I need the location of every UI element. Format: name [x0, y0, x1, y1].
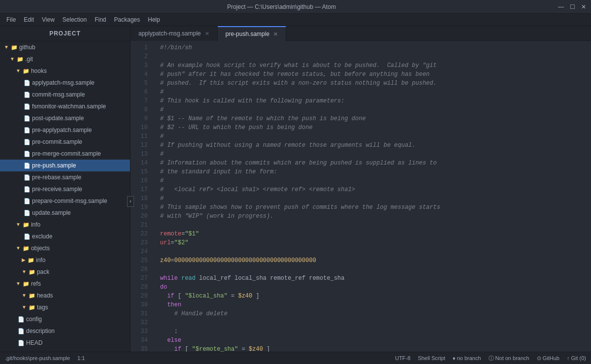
line-number: 16 [131, 176, 148, 185]
line-number: 26 [131, 265, 148, 274]
code-line: # with "WIP" (work in progress). [160, 212, 591, 221]
line-number: 30 [131, 300, 148, 309]
code-line: # Information about the commits which ar… [160, 159, 591, 167]
menu-view[interactable]: View [38, 15, 59, 24]
code-line [160, 265, 591, 274]
code-line: # [160, 105, 591, 114]
status-git[interactable]: ↑Git (0) [567, 355, 586, 361]
sidebar-item-config-file[interactable]: 📄 config [0, 313, 130, 325]
maximize-button[interactable]: ☐ [570, 3, 575, 10]
sidebar-item-description-file[interactable]: 📄 description [0, 325, 130, 337]
tabs-bar: applypatch-msg.sample✕pre-push.sample✕ [131, 26, 591, 41]
sidebar-item-label: HEAD [26, 338, 42, 348]
sidebar-item-tags-folder[interactable]: ▼ 📁 tags [0, 301, 130, 313]
line-number: 5 [131, 79, 148, 88]
sidebar-item-refs-folder[interactable]: ▼ 📁 refs [0, 278, 130, 290]
line-number: 4 [131, 70, 148, 79]
menu-selection[interactable]: Selection [59, 15, 91, 24]
code-line: # Handle delete [160, 309, 591, 318]
sidebar-item-exclude[interactable]: 📄 exclude [0, 231, 130, 242]
collapse-panel-button[interactable]: ‹ [127, 196, 134, 207]
tab-close-button[interactable]: ✕ [205, 31, 209, 37]
line-number: 27 [131, 274, 148, 283]
sidebar-item-post-update[interactable]: 📄 post-update.sample [0, 112, 130, 124]
sidebar-item-applypatch-msg[interactable]: 📄 applypatch-msg.sample [0, 77, 130, 89]
status-github[interactable]: ⊙GitHub [537, 355, 559, 362]
sidebar-item-label: applypatch-msg.sample [32, 78, 95, 88]
menu-packages[interactable]: Packages [110, 15, 144, 24]
close-button[interactable]: ✕ [581, 3, 586, 10]
sidebar-item-head-file[interactable]: 📄 HEAD [0, 337, 130, 349]
sidebar-item-pre-receive[interactable]: 📄 pre-receive.sample [0, 183, 130, 195]
tab-applypatch-tab[interactable]: applypatch-msg.sample✕ [131, 26, 218, 41]
menu-bar: File Edit View Selection Find Packages H… [0, 14, 591, 26]
line-number: 9 [131, 114, 148, 123]
sidebar-item-pre-commit[interactable]: 📄 pre-commit.sample [0, 136, 130, 148]
tab-pre-push-tab[interactable]: pre-push.sample✕ [218, 26, 286, 41]
sidebar-item-label: pre-push.sample [32, 161, 76, 170]
status-filepath[interactable]: .git/hooks\pre-push.sample [5, 355, 70, 361]
sidebar-item-label: pre-rebase.sample [32, 172, 81, 182]
sidebar-item-label: hooks [31, 66, 47, 76]
menu-find[interactable]: Find [91, 15, 110, 24]
sidebar-item-commit-msg[interactable]: 📄 commit-msg.sample [0, 89, 130, 100]
sidebar-item-objects-info[interactable]: ▶ 📁 info [0, 254, 130, 266]
sidebar-item-hooks-folder[interactable]: ▼ 📁 hooks [0, 65, 130, 77]
sidebar-item-pre-merge-commit[interactable]: 📄 pre-merge-commit.sample [0, 148, 130, 160]
sidebar-item-fsmonitor[interactable]: 📄 fsmonitor-watchman.sample [0, 100, 130, 112]
status-not-on-branch[interactable]: ⓘNot on branch [489, 355, 529, 362]
sidebar-item-info-folder[interactable]: ▼ 📁 info [0, 219, 130, 231]
sidebar-title: Project [0, 26, 130, 41]
sidebar-item-github-root[interactable]: ▼ 📁 github [0, 41, 130, 53]
folder-icon: ▶ [22, 255, 26, 265]
status-branch[interactable]: ♦no branch [453, 355, 481, 361]
folder-icon: ▼ [4, 42, 9, 52]
code-line: # An example hook script to verify what … [160, 61, 591, 70]
line-number: 6 [131, 88, 148, 97]
title-bar-text: Project — C:\Users\admin\github — Atom [5, 3, 558, 10]
menu-file[interactable]: File [2, 15, 20, 24]
code-line: # This hook is called with the following… [160, 97, 591, 105]
tab-close-button[interactable]: ✕ [273, 31, 278, 37]
line-number: 34 [131, 336, 148, 345]
window-controls[interactable]: — ☐ ✕ [558, 3, 586, 10]
sidebar-item-label: tags [37, 302, 48, 312]
sidebar-item-label: description [26, 326, 55, 336]
sidebar-item-objects-folder[interactable]: ▼ 📁 objects [0, 242, 130, 254]
status-encoding[interactable]: UTF-8 [395, 355, 410, 361]
sidebar-item-label: info [36, 255, 45, 265]
sidebar-item-objects-pack[interactable]: ▼ 📁 pack [0, 266, 130, 278]
line-number: 7 [131, 97, 148, 105]
sidebar-item-git-folder[interactable]: ▼ 📁 .git [0, 53, 130, 65]
line-number: 28 [131, 283, 148, 292]
code-area[interactable]: #!/bin/sh # An example hook script to ve… [153, 43, 591, 352]
sidebar-item-pre-rebase[interactable]: 📄 pre-rebase.sample [0, 171, 130, 183]
sidebar-item-heads-folder[interactable]: ▼ 📁 heads [0, 290, 130, 301]
status-right: UTF-8 Shell Script ♦no branch ⓘNot on br… [395, 355, 586, 362]
sidebar-item-pre-push[interactable]: 📄 pre-push.sample [0, 160, 130, 171]
code-line: # This sample shows how to prevent push … [160, 203, 591, 212]
sidebar-item-label: post-update.sample [32, 113, 84, 123]
sidebar-item-pre-applypatch[interactable]: 📄 pre-applypatch.sample [0, 124, 130, 136]
status-position[interactable]: 1:1 [77, 355, 85, 361]
code-line: # If pushing without using a named remot… [160, 141, 591, 150]
line-number: 11 [131, 132, 148, 141]
folder-icon: ▼ [22, 291, 27, 300]
code-line: # <local ref> <local sha1> <remote ref> … [160, 185, 591, 194]
sidebar-item-label: pre-applypatch.sample [32, 125, 92, 135]
sidebar-item-label: heads [37, 291, 53, 300]
minimize-button[interactable]: — [558, 3, 564, 10]
code-line: # [160, 150, 591, 159]
status-grammar[interactable]: Shell Script [418, 355, 445, 361]
status-bar: .git/hooks\pre-push.sample 1:1 UTF-8 She… [0, 352, 591, 364]
sidebar-item-label: info [31, 220, 40, 230]
sidebar-item-label: github [19, 42, 35, 52]
line-number: 25 [131, 256, 148, 265]
menu-edit[interactable]: Edit [20, 15, 38, 24]
menu-help[interactable]: Help [144, 15, 164, 24]
sidebar-item-prepare-commit-msg[interactable]: 📄 prepare-commit-msg.sample [0, 195, 130, 207]
folder-icon: ▼ [16, 220, 21, 230]
editor[interactable]: 1234567891011121314151617181920212223242… [131, 41, 591, 352]
sidebar-item-update[interactable]: 📄 update.sample [0, 207, 130, 219]
line-number: 2 [131, 52, 148, 61]
